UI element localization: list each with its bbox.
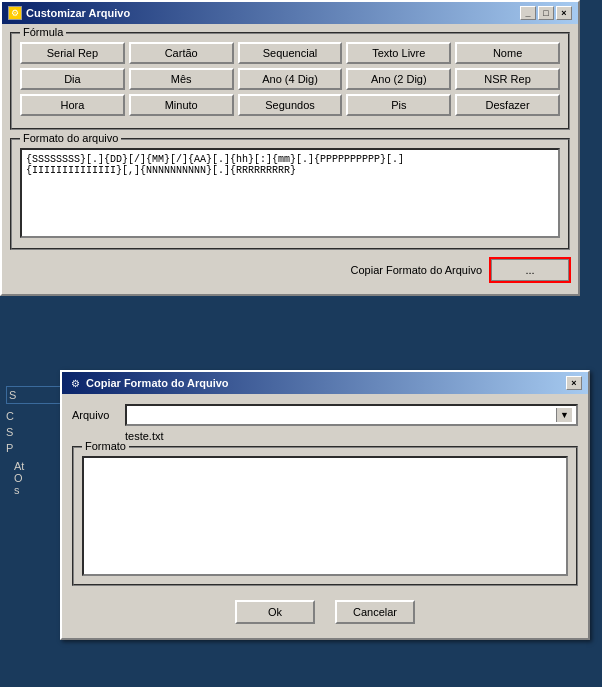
copiar-formato-button[interactable]: ... <box>490 258 570 282</box>
window-body: Fórmula Serial Rep Cartão Sequencial Tex… <box>2 24 578 294</box>
title-bar-left: ⚙ Customizar Arquivo <box>8 6 130 20</box>
copiar-formato-row: Copiar Formato do Arquivo ... <box>10 258 570 282</box>
hora-button[interactable]: Hora <box>20 94 125 116</box>
dialog-title: Copiar Formato do Arquivo <box>86 377 229 389</box>
bg-section-label: S <box>6 386 62 404</box>
sequencial-button[interactable]: Sequencial <box>238 42 343 64</box>
texto-livre-button[interactable]: Texto Livre <box>346 42 451 64</box>
formula-row-3: Hora Minuto Segundos Pis Desfazer <box>20 94 560 116</box>
formula-section: Fórmula Serial Rep Cartão Sequencial Tex… <box>10 32 570 130</box>
combo-arrow-icon[interactable]: ▼ <box>556 408 572 422</box>
bg-item-1: C <box>6 408 62 424</box>
main-title-bar: ⚙ Customizar Arquivo _ □ × <box>2 2 578 24</box>
format-textarea[interactable]: {SSSSSSSS}[.]{DD}[/]{MM}[/]{AA}[.]{hh}[:… <box>20 148 560 238</box>
dialog-title-left: ⚙ Copiar Formato do Arquivo <box>68 376 229 390</box>
arquivo-row: Arquivo ▼ <box>72 404 578 426</box>
dialog-title-bar: ⚙ Copiar Formato do Arquivo × <box>62 372 588 394</box>
cancelar-button[interactable]: Cancelar <box>335 600 415 624</box>
mes-button[interactable]: Mês <box>129 68 234 90</box>
dialog-close-button[interactable]: × <box>566 376 582 390</box>
serial-rep-button[interactable]: Serial Rep <box>20 42 125 64</box>
at-item-2: s <box>14 484 54 496</box>
minimize-button[interactable]: _ <box>520 6 536 20</box>
formula-row-2: Dia Mês Ano (4 Dig) Ano (2 Dig) NSR Rep <box>20 68 560 90</box>
at-label: At <box>14 460 54 472</box>
main-window: ⚙ Customizar Arquivo _ □ × Fórmula Seria… <box>0 0 580 296</box>
pis-button[interactable]: Pis <box>346 94 451 116</box>
minuto-button[interactable]: Minuto <box>129 94 234 116</box>
nsr-rep-button[interactable]: NSR Rep <box>455 68 560 90</box>
formula-label: Fórmula <box>20 26 66 38</box>
copiar-dialog: ⚙ Copiar Formato do Arquivo × Arquivo ▼ … <box>60 370 590 640</box>
close-button[interactable]: × <box>556 6 572 20</box>
dialog-body: Arquivo ▼ teste.txt Formato Ok Cancelar <box>62 394 588 638</box>
copiar-formato-label: Copiar Formato do Arquivo <box>351 264 482 276</box>
main-window-title: Customizar Arquivo <box>26 7 130 19</box>
segundos-button[interactable]: Segundos <box>238 94 343 116</box>
desfazer-button[interactable]: Desfazer <box>455 94 560 116</box>
ok-button[interactable]: Ok <box>235 600 315 624</box>
format-section-label: Formato do arquivo <box>20 132 121 144</box>
formato-section: Formato <box>72 446 578 586</box>
format-section: Formato do arquivo {SSSSSSSS}[.]{DD}[/]{… <box>10 138 570 250</box>
ano4-button[interactable]: Ano (4 Dig) <box>238 68 343 90</box>
bg-item-3: P <box>6 440 62 456</box>
ano2-button[interactable]: Ano (2 Dig) <box>346 68 451 90</box>
maximize-button[interactable]: □ <box>538 6 554 20</box>
formato-content-area <box>82 456 568 576</box>
bg-item-2: S <box>6 424 62 440</box>
arquivo-value: teste.txt <box>125 430 578 442</box>
background-panel: S C S P At O s <box>0 380 68 506</box>
at-item-1: O <box>14 472 54 484</box>
title-bar-buttons: _ □ × <box>520 6 572 20</box>
formato-label: Formato <box>82 440 129 452</box>
at-section: At O s <box>6 456 62 500</box>
formula-row-1: Serial Rep Cartão Sequencial Texto Livre… <box>20 42 560 64</box>
main-window-icon: ⚙ <box>8 6 22 20</box>
dialog-icon: ⚙ <box>68 376 82 390</box>
arquivo-combo[interactable]: ▼ <box>125 404 578 426</box>
cartao-button[interactable]: Cartão <box>129 42 234 64</box>
arquivo-label: Arquivo <box>72 409 117 421</box>
dia-button[interactable]: Dia <box>20 68 125 90</box>
nome-button[interactable]: Nome <box>455 42 560 64</box>
dialog-buttons: Ok Cancelar <box>72 596 578 628</box>
